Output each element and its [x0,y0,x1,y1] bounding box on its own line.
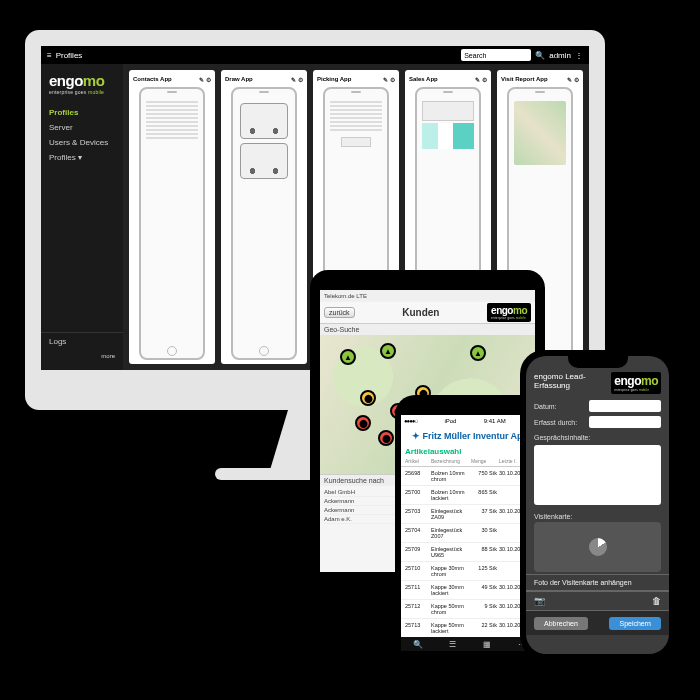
brand-logo: engomo enterprise goes mobile [487,303,531,322]
table-row[interactable]: 25709Einlegestück U96588 Stk30.10.2014 [401,543,539,562]
desktop-topbar: ≡ Profiles Search admin [41,46,589,64]
date-input[interactable] [589,400,661,412]
table-row[interactable]: 25703Einlegestück ZA0937 Stk30.10.2014 [401,505,539,524]
lead-screen: engomo Lead-Erfassung engomo enterprise … [526,356,669,654]
map-pin[interactable]: ▲ [470,345,486,361]
gear-icon[interactable] [574,77,579,83]
lead-by-field: Erfasst durch: [526,414,669,430]
topbar-section: Profiles [56,51,83,60]
edit-icon[interactable] [567,77,572,83]
sidebar-item-users[interactable]: Users & Devices [41,135,123,150]
inventory-table-header: Artikel Bezeichnung Menge Letzte I. [401,458,539,467]
edit-icon[interactable] [383,77,388,83]
gear-icon[interactable] [482,77,487,83]
loading-spinner-icon [589,538,607,556]
gear-icon[interactable] [298,77,303,83]
table-row[interactable]: 25710Kappe 30mm chrom125 Stk [401,562,539,581]
edit-icon[interactable] [475,77,480,83]
user-menu-icon[interactable] [575,51,583,60]
sidebar-item-server[interactable]: Server [41,120,123,135]
profile-card-title: Contacts App [133,76,172,82]
business-card-preview[interactable] [534,522,661,572]
tab-grid-icon[interactable]: ▦ [470,637,505,651]
phone-mockup [231,87,297,360]
table-row[interactable]: 25704Einlegestück Z00730 Stk [401,524,539,543]
profile-card[interactable]: Contacts App [129,70,215,364]
save-button[interactable]: Speichern [609,617,661,630]
sidebar-logs[interactable]: Logs [41,332,123,350]
phone-mockup [139,87,205,360]
profile-card[interactable]: Draw App [221,70,307,364]
lead-buttons: Abbrechen Speichern [526,611,669,635]
gear-icon[interactable] [206,77,211,83]
inventory-screen: iPod 9:41 AM ▮ ✦ Fritz Müller Inventur A… [401,415,539,651]
phone-notch [568,356,628,368]
tablet-title: Kunden [402,307,439,318]
profile-card-title: Picking App [317,76,351,82]
inventory-title: ✦ Fritz Müller Inventur App [401,427,539,445]
edit-icon[interactable] [291,77,296,83]
map-pin[interactable]: ▲ [380,343,396,359]
table-row[interactable]: 25713Kappe 50mm lackiert22 Stk30.10.2014 [401,619,539,638]
map-pin[interactable]: ⬤ [360,390,376,406]
ipod-tabbar: ☰ ▦ ⋯ [401,637,539,651]
inventory-table[interactable]: 25698Bolzen 10mm chrom750 Stk30.10.20142… [401,467,539,651]
brand-logo: engomo enterprise goes mobile [611,372,661,394]
lead-title: engomo Lead-Erfassung [534,372,611,390]
profile-card-title: Visit Report App [501,76,548,82]
geo-search-label: Geo-Suche [320,324,535,335]
profile-card-title: Sales App [409,76,438,82]
lead-device: engomo Lead-Erfassung engomo enterprise … [520,350,675,660]
edit-icon[interactable] [199,77,204,83]
ios-statusbar: iPod 9:41 AM ▮ [401,415,539,427]
search-input[interactable]: Search [461,49,531,61]
profile-card-title: Draw App [225,76,253,82]
sidebar-item-profiles-dd[interactable]: Profiles ▾ [41,150,123,165]
tablet-header: zurück Kunden engomo enterprise goes mob… [320,302,535,324]
attach-row: Foto der Visitenkarte anhängen [526,574,669,591]
gear-icon[interactable] [390,77,395,83]
tab-list-icon[interactable]: ☰ [436,637,471,651]
map-pin[interactable]: ⬤ [378,430,394,446]
lead-date-field: Datum: [526,398,669,414]
attach-actions [526,591,669,611]
inventory-section: Artikelauswahl [401,445,539,458]
table-row[interactable]: 25712Kappe 50mm chrom9 Stk30.10.2014 [401,600,539,619]
card-label: Visitenkarte: [526,509,669,520]
notes-label: Gesprächsinhalte: [526,430,669,441]
tablet-statusbar: Telekom.de LTE [320,290,535,302]
map-pin[interactable]: ⬤ [355,415,371,431]
back-button[interactable]: zurück [324,307,355,318]
notes-textarea[interactable] [534,445,661,505]
signal-icon [404,418,417,424]
table-row[interactable]: 25711Kappe 30mm lackiert49 Stk30.10.2014 [401,581,539,600]
attach-label: Foto der Visitenkarte anhängen [534,579,632,586]
menu-icon[interactable]: ≡ [47,51,52,60]
map-pin[interactable]: ▲ [340,349,356,365]
camera-icon[interactable] [534,596,545,606]
by-input[interactable] [589,416,661,428]
brand-logo: engomo enterprise goes mobile [41,72,123,105]
cancel-button[interactable]: Abbrechen [534,617,588,630]
trash-icon[interactable] [652,596,661,606]
sidebar-more[interactable]: more [41,350,123,362]
table-row[interactable]: 25698Bolzen 10mm chrom750 Stk30.10.2014 [401,467,539,486]
tab-search-icon[interactable] [401,637,436,651]
table-row[interactable]: 25700Bolzen 10mm lackiert865 Stk [401,486,539,505]
search-icon[interactable] [535,51,545,60]
desktop-sidebar: engomo enterprise goes mobile Profiles S… [41,64,123,370]
sidebar-item-profiles[interactable]: Profiles [41,105,123,120]
user-label[interactable]: admin [549,51,571,60]
